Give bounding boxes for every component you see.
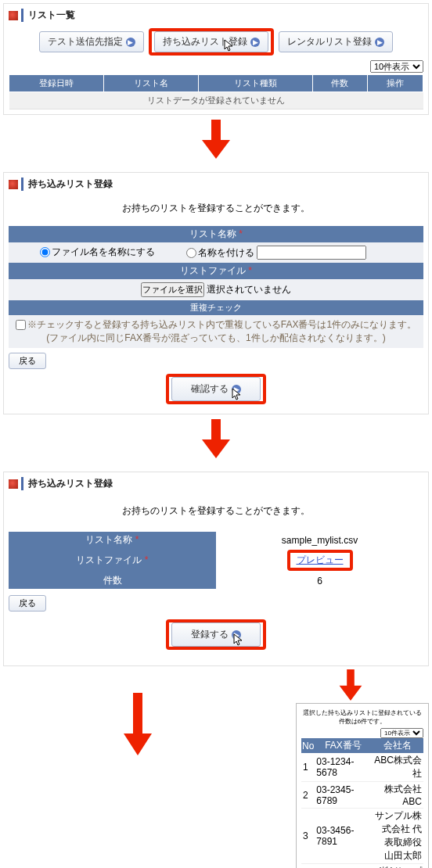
- col-op: 操作: [368, 75, 423, 92]
- section-listname: リスト名称 *: [9, 226, 423, 242]
- chevron-right-icon: ▶: [126, 38, 135, 47]
- custom-name-input[interactable]: [257, 246, 366, 260]
- radio-custom[interactable]: 名称を付ける: [186, 246, 366, 260]
- section-listfile: リストファイル *: [9, 263, 423, 279]
- preview-pager[interactable]: 10件表示: [380, 728, 423, 738]
- chevron-right-icon: ▶: [250, 38, 260, 47]
- panel-title: リスト一覧: [9, 9, 423, 22]
- preview-link[interactable]: プレビュー: [297, 554, 344, 565]
- col-name: リスト名: [103, 75, 198, 92]
- dup-note2: (ファイル内に同じFAX番号が混ざっていても、1件しか配信されなくなります。): [46, 332, 385, 343]
- list-table: 登録日時 リスト名 リスト種類 件数 操作 リストデータが登録されていません: [9, 74, 423, 109]
- pin-icon: [9, 479, 18, 489]
- preview-popup: 選択した持ち込みリストに登録されている件数は6件です。 10件表示 NoFAX番…: [296, 703, 429, 868]
- rental-list-button[interactable]: レンタルリスト登録▶: [279, 31, 393, 52]
- panel-import-form: 持ち込みリスト登録 お持ちのリストを登録することができます。 リスト名称 * フ…: [3, 172, 429, 414]
- preview-row: 203-2345-6789株式会社ABC: [301, 782, 423, 809]
- file-none-text: 選択されていません: [207, 284, 291, 295]
- pin-icon: [9, 180, 18, 189]
- pin-icon: [9, 11, 18, 20]
- file-choose-button[interactable]: ファイルを選択: [141, 282, 204, 297]
- radio-filename[interactable]: ファイル名を名称にする: [40, 246, 155, 260]
- section-dup: 重複チェック: [9, 300, 423, 315]
- chevron-right-icon: ▶: [375, 38, 384, 47]
- submit-button[interactable]: 登録する▶: [171, 622, 261, 647]
- preview-row: 403-4567-8902(株)サンプル 取締役 田中花子: [301, 864, 423, 869]
- confirm-table: リスト名称 *sample_mylist.csv リストファイル *プレビュー …: [9, 532, 423, 589]
- col-type: リスト種類: [198, 75, 312, 92]
- confirm-count-value: 6: [216, 572, 423, 589]
- col-date: 登録日時: [9, 75, 104, 92]
- dup-checkbox[interactable]: ※チェックすると登録する持ち込みリスト内で重複しているFAX番号は1件のみになり…: [16, 319, 416, 330]
- confirm-name-value: sample_mylist.csv: [216, 532, 423, 548]
- import-list-button[interactable]: 持ち込みリスト登録▶: [154, 31, 268, 52]
- arrow-down-icon: [3, 120, 429, 161]
- chevron-right-icon: ▶: [232, 630, 241, 640]
- lead-text: お持ちのリストを登録することができます。: [9, 202, 423, 215]
- test-dest-button[interactable]: テスト送信先指定▶: [39, 31, 144, 52]
- pager-select[interactable]: 10件表示: [370, 60, 423, 73]
- title-text: リスト一覧: [21, 9, 75, 22]
- empty-message: リストデータが登録されていません: [9, 92, 423, 109]
- back-button[interactable]: 戻る: [9, 595, 46, 612]
- preview-row: 303-3456-7891サンプル株式会社 代表取締役 山田太郎: [301, 809, 423, 864]
- back-button[interactable]: 戻る: [9, 353, 46, 369]
- chevron-right-icon: ▶: [232, 385, 241, 394]
- lead-text: お持ちのリストを登録することができます。: [9, 504, 423, 518]
- arrow-down-icon: [3, 669, 272, 758]
- panel-import-confirm: 持ち込みリスト登録 お持ちのリストを登録することができます。 リスト名称 *sa…: [3, 472, 429, 666]
- confirm-button[interactable]: 確認する▶: [171, 377, 261, 401]
- arrow-down-icon: [3, 419, 429, 461]
- arrow-down-icon: [272, 669, 429, 703]
- preview-caption: 選択した持ち込みリストに登録されている件数は6件です。: [301, 708, 423, 726]
- col-count: 件数: [312, 75, 368, 92]
- panel-list-1: リスト一覧 テスト送信先指定▶ 持ち込みリスト登録▶ レンタルリスト登録▶ 10…: [3, 3, 429, 115]
- title-text: 持ち込みリスト登録: [21, 477, 113, 490]
- preview-row: 103-1234-5678ABC株式会社: [301, 753, 423, 782]
- listname-options: ファイル名を名称にする 名称を付ける: [9, 242, 423, 263]
- title-text: 持ち込みリスト登録: [21, 178, 113, 191]
